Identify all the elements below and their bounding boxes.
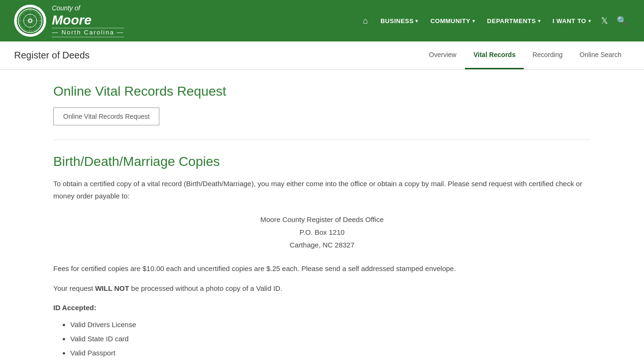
id-list: Valid Drivers License Valid State ID car… — [53, 318, 591, 362]
list-item: Valid Passport — [70, 346, 591, 360]
fees-text: Fees for certified copies are $10.00 eac… — [53, 263, 591, 275]
list-item: Valid Drivers License — [70, 318, 591, 332]
request-text-post: be processed without a photo copy of a V… — [129, 284, 282, 292]
tab-recording[interactable]: Recording — [524, 41, 571, 69]
tab-vital-records[interactable]: Vital Records — [465, 41, 524, 69]
vital-records-request-section: Online Vital Records Request Online Vita… — [53, 84, 591, 140]
svg-point-8 — [29, 20, 31, 22]
chevron-down-icon: ▾ — [415, 18, 418, 24]
home-icon: ⌂ — [363, 16, 368, 26]
nav-community[interactable]: COMMUNITY ▾ — [426, 14, 479, 28]
twitter-icon[interactable]: 𝕏 — [598, 12, 611, 30]
request-text-pre: Your request — [53, 284, 95, 292]
address-line3: Carthage, NC 28327 — [53, 239, 591, 251]
list-item: Military ID card — [70, 360, 591, 362]
nav-iwantto[interactable]: I WANT TO ▾ — [548, 14, 595, 28]
birth-death-marriage-title: Birth/Death/Marriage Copies — [53, 154, 591, 169]
list-item: Valid State ID card — [70, 332, 591, 346]
logo-county-name: Moore — [52, 12, 124, 28]
logo-text-block: County of Moore — North Carolina — — [52, 4, 124, 37]
request-text-bold: WILL NOT — [95, 284, 129, 292]
id-accepted-section: ID Accepted: Valid Drivers License Valid… — [53, 302, 591, 362]
main-content: Online Vital Records Request Online Vita… — [39, 70, 605, 362]
request-text: Your request WILL NOT be processed witho… — [53, 282, 591, 295]
body-text-intro: To obtain a certified copy of a vital re… — [53, 178, 591, 202]
search-icon[interactable]: 🔍 — [614, 12, 630, 30]
id-accepted-label: ID Accepted: — [53, 302, 591, 314]
address-block: Moore County Register of Deeds Office P.… — [53, 213, 591, 251]
tab-online-search[interactable]: Online Search — [571, 41, 630, 69]
logo-county-of: County of — [52, 4, 124, 12]
nav-departments[interactable]: DEPARTMENTS ▾ — [482, 14, 545, 28]
logo-seal — [14, 5, 46, 37]
sub-nav: Overview Vital Records Recording Online … — [421, 41, 630, 69]
site-logo[interactable]: County of Moore — North Carolina — — [14, 4, 124, 37]
birth-death-marriage-section: Birth/Death/Marriage Copies To obtain a … — [53, 154, 591, 362]
vital-records-request-title: Online Vital Records Request — [53, 84, 591, 99]
tab-overview[interactable]: Overview — [421, 41, 465, 69]
address-line1: Moore County Register of Deeds Office — [53, 213, 591, 226]
subheader: Register of Deeds Overview Vital Records… — [0, 41, 644, 70]
page-title: Register of Deeds — [14, 50, 90, 61]
chevron-down-icon: ▾ — [472, 18, 475, 24]
site-header: County of Moore — North Carolina — ⌂ BUS… — [0, 0, 644, 41]
main-nav: ⌂ BUSINESS ▾ COMMUNITY ▾ DEPARTMENTS ▾ I… — [358, 12, 630, 30]
chevron-down-icon: ▾ — [588, 18, 591, 24]
address-line2: P.O. Box 1210 — [53, 226, 591, 239]
vital-records-request-button[interactable]: Online Vital Records Request — [53, 107, 159, 125]
chevron-down-icon: ▾ — [538, 18, 541, 24]
nav-home[interactable]: ⌂ — [358, 12, 373, 30]
logo-state-name: — North Carolina — — [52, 28, 124, 37]
birth-death-marriage-body: To obtain a certified copy of a vital re… — [53, 178, 591, 362]
nav-business[interactable]: BUSINESS ▾ — [376, 14, 423, 28]
